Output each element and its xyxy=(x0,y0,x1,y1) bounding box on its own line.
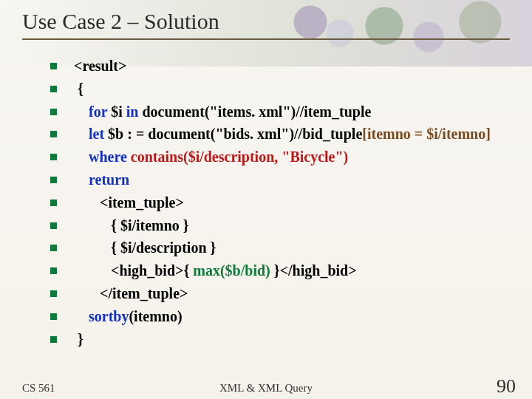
code-text: let $b : = document("bids. xml")//bid_tu… xyxy=(70,123,517,146)
bullet-icon xyxy=(50,290,57,297)
code-line: <high_bid>{ max($b/bid) }</high_bid> xyxy=(50,259,517,282)
code-line: <result> xyxy=(50,55,517,78)
bullet-icon xyxy=(50,336,57,343)
code-line: } xyxy=(50,328,517,351)
code-text: return xyxy=(70,168,517,191)
bullet-icon xyxy=(50,245,57,251)
bullet-icon xyxy=(50,86,57,92)
bullet-icon xyxy=(50,200,57,206)
bullet-icon xyxy=(50,131,57,137)
footer-topic: XML & XML Query xyxy=(219,382,313,395)
code-block: <result> { for $i in document("items. xm… xyxy=(50,55,517,350)
code-text: for $i in document("items. xml")//item_t… xyxy=(70,100,517,123)
code-line: for $i in document("items. xml")//item_t… xyxy=(50,100,517,123)
code-text: } xyxy=(70,328,517,351)
code-text: { $i/description } xyxy=(70,236,517,259)
code-line: { xyxy=(50,78,517,100)
code-text: { $i/itemno } xyxy=(70,214,517,237)
bullet-icon xyxy=(50,267,57,274)
bullet-icon xyxy=(50,222,57,229)
code-line: where contains($i/description, "Bicycle"… xyxy=(50,146,517,168)
code-text: { xyxy=(70,78,517,100)
bullet-icon xyxy=(50,109,57,115)
code-text: <high_bid>{ max($b/bid) }</high_bid> xyxy=(70,259,517,282)
code-line: return xyxy=(50,168,517,191)
code-line: </item_tuple> xyxy=(50,282,517,305)
code-line: { $i/description } xyxy=(50,236,517,259)
bullet-icon xyxy=(50,63,57,69)
bullet-icon xyxy=(50,154,57,160)
slide-number: 90 xyxy=(497,375,516,398)
code-text: </item_tuple> xyxy=(70,282,517,305)
slide-title: Use Case 2 – Solution xyxy=(22,9,219,34)
code-line: { $i/itemno } xyxy=(50,214,517,237)
bullet-icon xyxy=(50,177,57,183)
bullet-icon xyxy=(50,313,57,320)
code-line: <item_tuple> xyxy=(50,191,517,214)
code-text: <item_tuple> xyxy=(70,191,517,214)
title-underline xyxy=(22,38,510,40)
code-line: let $b : = document("bids. xml")//bid_tu… xyxy=(50,123,517,146)
code-text: sortby(itemno) xyxy=(70,305,517,328)
code-line: sortby(itemno) xyxy=(50,305,517,328)
code-text: <result> xyxy=(70,55,517,78)
code-text: where contains($i/description, "Bicycle"… xyxy=(70,146,517,168)
footer-course-code: CS 561 xyxy=(22,382,55,395)
